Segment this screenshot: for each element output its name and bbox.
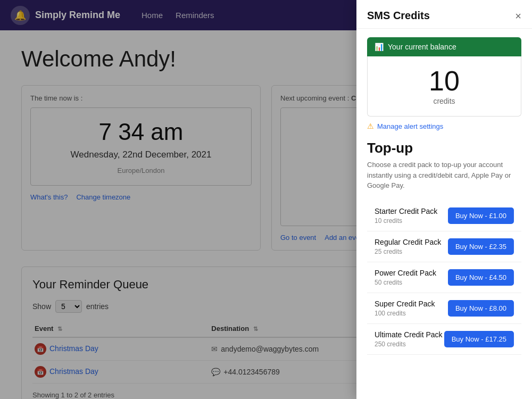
pack-info: Starter Credit Pack 10 credits bbox=[375, 207, 437, 225]
credit-pack-item: Regular Credit Pack 25 credits Buy Now -… bbox=[367, 231, 521, 262]
pack-credits: 10 credits bbox=[375, 217, 437, 225]
credit-pack-item: Ultimate Credit Pack 250 credits Buy Now… bbox=[367, 324, 521, 355]
balance-body: 10 credits bbox=[367, 56, 521, 117]
panel-title: SMS Credits bbox=[367, 10, 430, 22]
pack-info: Regular Credit Pack 25 credits bbox=[375, 238, 441, 255]
pack-name: Super Credit Pack bbox=[375, 300, 435, 308]
balance-icon: 📊 bbox=[375, 43, 384, 51]
manage-alert-label: Manage alert settings bbox=[377, 122, 443, 130]
balance-credits-label: credits bbox=[378, 97, 510, 105]
pack-credits: 250 credits bbox=[375, 340, 443, 348]
balance-section: 📊 Your current balance 10 credits bbox=[367, 37, 521, 117]
buy-now-button[interactable]: Buy Now - £2.35 bbox=[448, 238, 514, 255]
pack-name: Regular Credit Pack bbox=[375, 238, 441, 246]
pack-name: Power Credit Pack bbox=[375, 269, 436, 277]
sms-credits-panel: SMS Credits × 📊 Your current balance 10 … bbox=[356, 0, 532, 399]
balance-header: 📊 Your current balance bbox=[367, 37, 521, 56]
credit-pack-item: Super Credit Pack 100 credits Buy Now - … bbox=[367, 293, 521, 324]
alert-triangle-icon: ⚠ bbox=[367, 122, 374, 130]
buy-now-button[interactable]: Buy Now - £8.00 bbox=[448, 300, 514, 317]
buy-now-button[interactable]: Buy Now - £4.50 bbox=[448, 269, 514, 286]
pack-info: Super Credit Pack 100 credits bbox=[375, 300, 435, 317]
topup-description: Choose a credit pack to top-up your acco… bbox=[367, 160, 521, 191]
manage-alert-link[interactable]: ⚠ Manage alert settings bbox=[367, 122, 521, 130]
credit-packs-list: Starter Credit Pack 10 credits Buy Now -… bbox=[367, 201, 521, 355]
topup-section: Top-up Choose a credit pack to top-up yo… bbox=[367, 140, 521, 355]
pack-credits: 50 credits bbox=[375, 279, 436, 286]
pack-name: Ultimate Credit Pack bbox=[375, 330, 443, 339]
pack-info: Ultimate Credit Pack 250 credits bbox=[375, 330, 443, 348]
pack-credits: 100 credits bbox=[375, 310, 435, 317]
pack-info: Power Credit Pack 50 credits bbox=[375, 269, 436, 286]
pack-credits: 25 credits bbox=[375, 248, 441, 255]
balance-header-label: Your current balance bbox=[388, 43, 456, 51]
buy-now-button[interactable]: Buy Now - £17.25 bbox=[444, 331, 514, 347]
credit-pack-item: Starter Credit Pack 10 credits Buy Now -… bbox=[367, 201, 521, 231]
credit-pack-item: Power Credit Pack 50 credits Buy Now - £… bbox=[367, 262, 521, 293]
buy-now-button[interactable]: Buy Now - £1.00 bbox=[448, 207, 514, 224]
topup-title: Top-up bbox=[367, 140, 521, 156]
pack-name: Starter Credit Pack bbox=[375, 207, 437, 215]
close-panel-button[interactable]: × bbox=[515, 11, 521, 21]
panel-header: SMS Credits × bbox=[356, 0, 532, 29]
panel-body: 📊 Your current balance 10 credits ⚠ Mana… bbox=[356, 29, 532, 399]
balance-number: 10 bbox=[378, 67, 510, 95]
